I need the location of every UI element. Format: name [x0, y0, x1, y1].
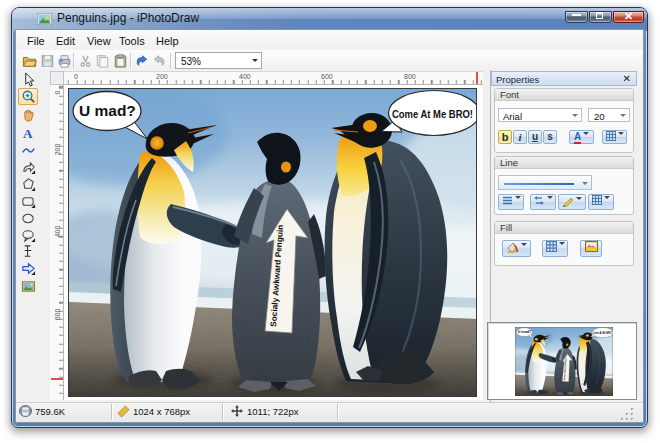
svg-text:A: A: [23, 126, 33, 141]
